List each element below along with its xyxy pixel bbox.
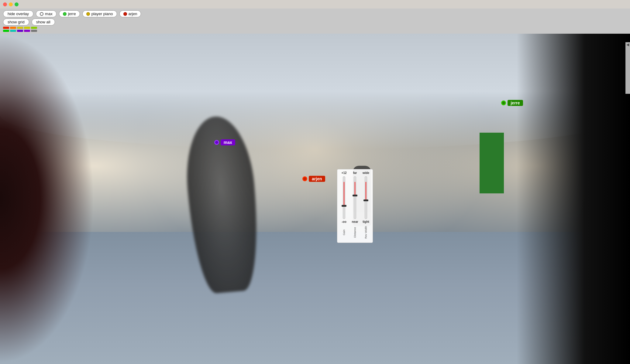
room-green-door [480, 133, 504, 193]
tracker-dot-jerre [63, 12, 67, 16]
gain-bottom-value: -oo [342, 220, 346, 223]
legend-swatch-green [3, 30, 9, 32]
toolbar-row-2: show grid show all [3, 19, 627, 26]
mixer-channel-distance: far near Distance [350, 171, 360, 241]
tracker-label-player-piano: player piano [91, 12, 113, 16]
room-right-dark [517, 34, 630, 364]
legend-swatch-orange [10, 27, 16, 29]
legend-swatch-yellow-dash [17, 27, 23, 29]
tracker-dot-max [40, 12, 43, 16]
right-scrollbar[interactable]: ◀ [625, 42, 630, 94]
mixer-channel-gain: +12 -oo Gain [339, 171, 349, 241]
scroll-arrow-up[interactable]: ◀ [626, 43, 629, 46]
legend-swatch-purple2 [24, 30, 30, 32]
minimize-button[interactable] [9, 2, 13, 6]
close-button[interactable] [3, 2, 7, 6]
traffic-lights [3, 2, 19, 6]
legend-row-1 [3, 27, 627, 29]
legend-swatch-yellow-green [31, 27, 37, 29]
rev-width-bottom-value: tight [363, 220, 369, 223]
distance-bottom-value: near [352, 220, 358, 223]
tracker-arjen[interactable]: arjen [119, 10, 141, 17]
rev-width-label: Rev Width [364, 224, 368, 241]
title-bar [0, 0, 630, 9]
legend-swatch-gray [31, 30, 37, 32]
tracker-label-arjen: arjen [129, 12, 137, 16]
max-dot [214, 140, 219, 145]
legend-swatch-cyan-dash [10, 30, 16, 32]
show-grid-button[interactable]: show grid [3, 19, 29, 26]
legend-row-2 [3, 30, 627, 32]
toolbar-row-1: hide overlay max jerre player piano arje… [3, 10, 627, 17]
distance-slider-thumb[interactable] [353, 195, 357, 196]
max-tracker-label[interactable]: max [214, 139, 235, 145]
hide-overlay-button[interactable]: hide overlay [3, 10, 33, 17]
distance-label: Distance [353, 224, 357, 241]
color-legend [3, 27, 627, 32]
distance-red-line [355, 182, 355, 195]
rev-width-red-line [366, 182, 366, 200]
rev-width-slider-track[interactable] [365, 176, 367, 219]
rev-width-slider-thumb[interactable] [363, 199, 368, 201]
mixer-top-value-gain: +12 [342, 171, 347, 175]
tracker-dot-player-piano [86, 12, 90, 16]
gain-label: Gain [343, 224, 346, 241]
legend-swatch-yellow [24, 27, 30, 29]
room-scene [0, 34, 630, 364]
tracker-player-piano[interactable]: player piano [82, 10, 117, 17]
arjen-tag: arjen [309, 176, 325, 182]
show-all-button[interactable]: show all [32, 19, 55, 26]
distance-slider-track[interactable] [354, 176, 356, 219]
tracker-label-max: max [45, 12, 53, 16]
arjen-dot [302, 176, 307, 181]
tracker-jerre[interactable]: jerre [59, 10, 80, 17]
jerre-dot [501, 100, 506, 105]
tracker-dot-arjen [123, 12, 127, 16]
gain-slider-track[interactable] [343, 176, 345, 219]
legend-swatch-red [3, 27, 9, 29]
jerre-tag: jerre [508, 100, 523, 106]
toolbar: hide overlay max jerre player piano arje… [0, 9, 630, 34]
legend-swatch-purple [17, 30, 23, 32]
gain-slider-thumb[interactable] [342, 205, 346, 207]
gain-red-line [344, 182, 344, 206]
mixer-top-value-rev-width: wide [363, 171, 369, 175]
mixer-panel: +12 -oo Gain far near Distance [337, 169, 373, 243]
max-tag: max [221, 139, 235, 145]
tracker-label-jerre: jerre [68, 12, 76, 16]
arjen-tracker-label[interactable]: arjen [302, 176, 325, 182]
jerre-tracker-label[interactable]: jerre [501, 100, 523, 106]
main-window: hide overlay max jerre player piano arje… [0, 9, 630, 364]
video-area: max arjen jerre +12 -oo Gain [0, 34, 630, 364]
tracker-max[interactable]: max [36, 10, 57, 17]
maximize-button[interactable] [15, 2, 19, 6]
room-left-wall [0, 34, 95, 364]
mixer-channel-rev-width: wide tight Rev Width [361, 171, 371, 241]
mixer-top-value-distance: far [353, 171, 357, 175]
